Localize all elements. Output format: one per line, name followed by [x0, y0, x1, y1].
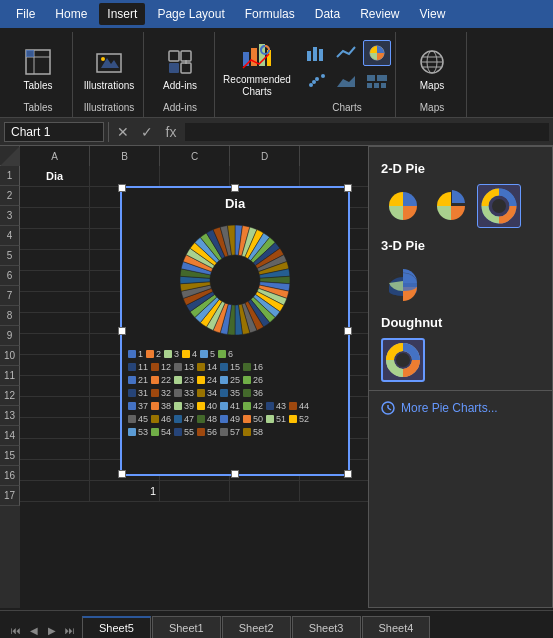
legend-item: 57	[220, 427, 240, 437]
confirm-formula-button[interactable]: ✓	[137, 122, 157, 142]
svg-rect-9	[169, 63, 179, 73]
menu-formulas[interactable]: Formulas	[237, 3, 303, 25]
table-row: 1	[20, 481, 368, 502]
row-16: 16	[0, 466, 20, 486]
illustrations-icon	[93, 46, 125, 78]
menu-home[interactable]: Home	[47, 3, 95, 25]
more-chart-button[interactable]	[363, 68, 391, 94]
chart-handle-ml[interactable]	[118, 327, 126, 335]
sheet-tab-sheet4[interactable]: Sheet4	[362, 616, 431, 638]
legend-item: 56	[197, 427, 217, 437]
legend-item: 5	[200, 349, 215, 359]
scatter-chart-button[interactable]	[303, 68, 331, 94]
sheet-tab-sheet3[interactable]: Sheet3	[292, 616, 361, 638]
cell-d1[interactable]	[230, 166, 300, 186]
chart-handle-tm[interactable]	[231, 184, 239, 192]
legend-item: 6	[218, 349, 233, 359]
sheet-tab-sheet1[interactable]: Sheet1	[152, 616, 221, 638]
illustrations-button[interactable]: Illustrations	[83, 40, 135, 98]
row-13: 13	[0, 406, 20, 426]
menu-view[interactable]: View	[412, 3, 454, 25]
illustrations-group-label: Illustrations	[84, 102, 135, 113]
more-pie-charts-link[interactable]: More Pie Charts...	[369, 395, 552, 421]
name-box[interactable]	[4, 122, 104, 142]
pie-2d-thumb-2[interactable]	[429, 184, 473, 228]
ribbon-group-maps: Maps Maps	[398, 32, 467, 117]
svg-point-22	[315, 77, 319, 81]
chart-container[interactable]: Dia // Generate donut slices 12	[120, 186, 350, 476]
svg-marker-36	[0, 146, 20, 166]
chart-handle-bm[interactable]	[231, 470, 239, 478]
chart-handle-tl[interactable]	[118, 184, 126, 192]
legend-item: 2	[146, 349, 161, 359]
legend-item: 25	[220, 375, 240, 385]
ribbon-group-illustrations: Illustrations Illustrations	[75, 32, 144, 117]
formula-input[interactable]	[185, 123, 549, 141]
pie-2d-thumb-3[interactable]	[477, 184, 521, 228]
maps-group-label: Maps	[420, 102, 444, 113]
pie-chart-button[interactable]	[363, 40, 391, 66]
chart-handle-br[interactable]	[344, 470, 352, 478]
chart-handle-tr[interactable]	[344, 184, 352, 192]
legend-item: 14	[197, 362, 217, 372]
chart-handle-bl[interactable]	[118, 470, 126, 478]
cancel-formula-button[interactable]: ✕	[113, 122, 133, 142]
col-header-b: B	[90, 146, 160, 166]
menu-data[interactable]: Data	[307, 3, 348, 25]
pie-3d-thumb-1[interactable]	[381, 261, 425, 305]
legend-item: 15	[220, 362, 240, 372]
row-17: 17	[0, 486, 20, 506]
col-header-a: A	[20, 146, 90, 166]
ribbon-group-addins: Add-ins Add-ins	[146, 32, 215, 117]
sheet-nav: ⏮ ◀ ▶ ⏭	[4, 622, 82, 638]
svg-rect-28	[367, 83, 372, 88]
svg-line-46	[388, 408, 391, 410]
row-5: 5	[0, 246, 20, 266]
cell-a2[interactable]	[20, 187, 90, 207]
legend-item: 22	[151, 375, 171, 385]
legend-item: 37	[128, 401, 148, 411]
sheet-tab-sheet2[interactable]: Sheet2	[222, 616, 291, 638]
cell-c1[interactable]	[160, 166, 230, 186]
legend-item: 23	[174, 375, 194, 385]
tables-button[interactable]: Tables	[12, 40, 64, 98]
charts-group-label: Charts	[332, 102, 361, 113]
legend-item: 39	[174, 401, 194, 411]
doughnut-thumb-1[interactable]	[381, 338, 425, 382]
legend-item: 12	[151, 362, 171, 372]
grid-body: 1 2 3 4 5 6 7 8 9 10 11 12 13 14 15 16 1…	[0, 166, 368, 608]
svg-rect-30	[381, 83, 386, 88]
row-2: 2	[0, 186, 20, 206]
legend-item: 24	[197, 375, 217, 385]
cells-area: Dia 1 1	[20, 166, 368, 608]
line-chart-button[interactable]	[333, 40, 361, 66]
area-chart-button[interactable]	[333, 68, 361, 94]
pie-2d-thumb-1[interactable]	[381, 184, 425, 228]
recommended-charts-button[interactable]: RecommendedCharts	[225, 40, 289, 98]
row-1: 1	[0, 166, 20, 186]
addins-label: Add-ins	[163, 80, 197, 92]
sheet-tab-sheet5[interactable]: Sheet5	[82, 616, 151, 638]
menu-file[interactable]: File	[8, 3, 43, 25]
cell-a1[interactable]: Dia	[20, 166, 90, 186]
illustrations-label: Illustrations	[84, 80, 135, 92]
sheet-nav-first[interactable]: ⏮	[8, 622, 24, 638]
chart-handle-mr[interactable]	[344, 327, 352, 335]
menu-pagelayout[interactable]: Page Layout	[149, 3, 232, 25]
tables-label: Tables	[24, 80, 53, 92]
sheet-nav-prev[interactable]: ◀	[26, 622, 42, 638]
menu-review[interactable]: Review	[352, 3, 407, 25]
sheet-nav-next[interactable]: ▶	[44, 622, 60, 638]
menu-insert[interactable]: Insert	[99, 3, 145, 25]
legend-item: 45	[128, 414, 148, 424]
legend-item: 35	[220, 388, 240, 398]
addins-button[interactable]: Add-ins	[154, 40, 206, 98]
bar-chart-button[interactable]	[303, 40, 331, 66]
sheet-nav-last[interactable]: ⏭	[62, 622, 78, 638]
maps-button[interactable]: Maps	[406, 40, 458, 98]
col-headers-row: A B C D	[0, 146, 368, 166]
addins-icon	[164, 46, 196, 78]
legend-item: 26	[243, 375, 263, 385]
cell-b1[interactable]	[90, 166, 160, 186]
fx-button[interactable]: fx	[161, 122, 181, 142]
